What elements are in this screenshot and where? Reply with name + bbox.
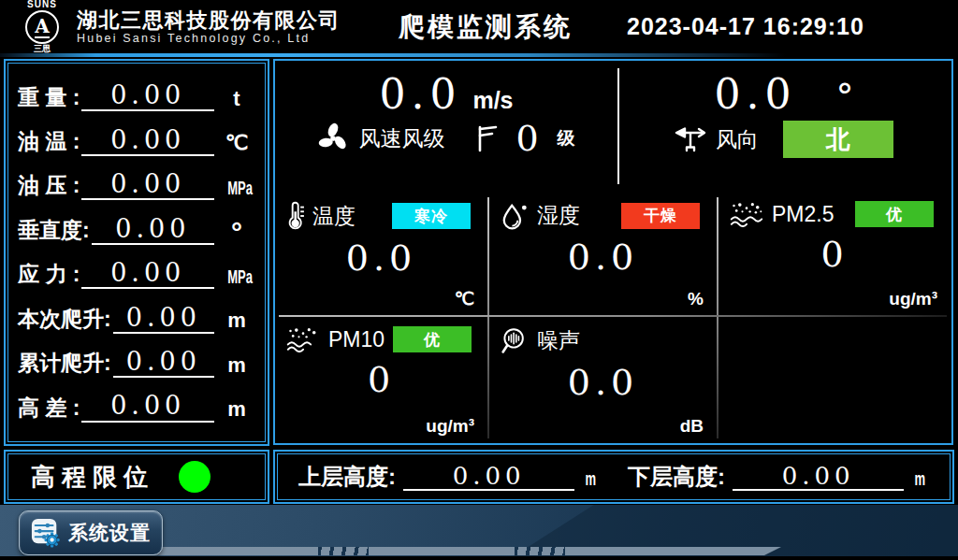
wind-direction-section: 0.0 ° 风向 北 <box>619 61 949 192</box>
pm25-unit: ug/m³ <box>889 289 937 309</box>
lower-height-value: 0.00 <box>733 463 904 492</box>
header: SUNS A 三思 湖北三思科技股份有限公司 Hubei Sansi Techn… <box>0 0 958 53</box>
footer-decor-slashes <box>318 547 369 555</box>
upper-height-unit: m <box>586 467 597 490</box>
meas-value: 0.00 <box>92 214 214 245</box>
pm25-status-badge: 优 <box>855 201 934 227</box>
wind-level-value: 0 <box>515 121 540 156</box>
meas-value: 0.00 <box>81 391 214 422</box>
meas-label: 油 温 : <box>18 128 80 156</box>
humidity-label: 湿度 <box>537 201 580 230</box>
company-name: 湖北三思科技股份有限公司 Hubei Sansi Technology Co.,… <box>77 8 341 46</box>
lower-height-group: 下层高度: 0.00 m <box>628 463 929 492</box>
temperature-cell: 温度 寒冷 0.0 ℃ <box>275 192 487 315</box>
wind-vane-icon <box>675 125 706 153</box>
measurements-sidebar: 重 量 : 0.00 t 油 温 : 0.00 ℃ 油 压 : 0.00 MPa… <box>4 59 269 446</box>
meas-row-height-diff: 高 差 : 0.00 m <box>18 391 254 422</box>
upper-height-value: 0.00 <box>403 463 574 492</box>
wind-direction-label: 风向 <box>716 125 759 154</box>
dust-icon <box>286 326 320 352</box>
meas-unit: m <box>220 309 254 333</box>
meas-row-oil-pressure: 油 压 : 0.00 MPa <box>18 169 254 200</box>
pm10-cell: PM10 优 0 ug/m³ <box>275 317 487 442</box>
pm25-value: 0 <box>718 237 951 272</box>
footer-decor-stripe <box>56 547 781 555</box>
thermometer-icon <box>286 201 304 231</box>
meas-value: 0.00 <box>81 125 214 156</box>
wind-flag-icon <box>476 124 499 152</box>
wind-speed-unit: m/s <box>472 87 513 114</box>
meas-label: 应 力 : <box>18 261 80 289</box>
sliders-gear-icon <box>31 518 61 548</box>
meas-row-current-climb: 本次爬升: 0.00 m <box>18 303 254 334</box>
temperature-status-badge: 寒冷 <box>392 203 471 229</box>
droplet-icon <box>501 202 529 230</box>
meas-unit: ° <box>220 220 254 245</box>
pm10-unit: ug/m³ <box>426 416 474 437</box>
meas-row-stress: 应 力 : 0.00 MPa <box>18 258 254 289</box>
humidity-unit: % <box>688 289 704 309</box>
noise-label: 噪声 <box>537 326 580 355</box>
upper-height-label: 上层高度: <box>298 463 396 491</box>
wind-direction-compass-badge: 北 <box>783 121 893 158</box>
meas-row-total-climb: 累计爬升: 0.00 m <box>18 347 254 378</box>
sansi-logo-icon: A <box>25 10 59 44</box>
company-logo: SUNS A 三思 <box>15 0 69 53</box>
meas-value: 0.00 <box>113 303 214 334</box>
layer-heights-box: 上层高度: 0.00 m 下层高度: 0.00 m <box>273 450 954 504</box>
dust-icon <box>730 201 763 227</box>
meas-unit: m <box>220 397 254 422</box>
system-settings-button[interactable]: 系统设置 <box>19 510 163 555</box>
humidity-cell: 湿度 干燥 0.0 % <box>489 192 717 315</box>
meas-label: 累计爬升: <box>18 350 111 378</box>
page-title: 爬模监测系统 <box>399 9 573 45</box>
temperature-label: 温度 <box>312 202 356 231</box>
logo-sub-text: 三思 <box>34 45 51 53</box>
upper-height-group: 上层高度: 0.00 m <box>298 463 600 492</box>
meas-unit: ℃ <box>220 131 254 155</box>
company-name-cn: 湖北三思科技股份有限公司 <box>77 8 341 32</box>
meas-row-oil-temp: 油 温 : 0.00 ℃ <box>18 125 254 156</box>
wind-speed-label: 风速风级 <box>358 124 444 153</box>
meas-unit: MPa <box>227 265 253 288</box>
fan-icon <box>317 122 349 154</box>
footer-bar: 系统设置 <box>0 505 958 560</box>
environment-panel: 0.0 m/s 风速风级 0 级 <box>273 59 953 445</box>
noise-value: 0.0 <box>489 365 717 400</box>
footer-decor-slashes <box>515 547 565 555</box>
meas-unit: MPa <box>227 176 253 199</box>
wind-direction-unit: ° <box>835 86 853 108</box>
pm10-label: PM10 <box>328 327 385 352</box>
wind-level-unit: 级 <box>558 126 575 151</box>
elevation-limit-box: 高程限位 <box>4 450 269 504</box>
temperature-value: 0.0 <box>275 240 487 276</box>
lower-height-label: 下层高度: <box>628 463 725 491</box>
meas-row-verticality: 垂直度: 0.00 ° <box>18 214 254 245</box>
meas-unit: m <box>220 353 254 378</box>
meas-label: 高 差 : <box>18 395 80 423</box>
temperature-unit: ℃ <box>455 288 474 309</box>
wind-speed-value: 0.0 <box>379 74 461 115</box>
meas-unit: t <box>220 87 254 111</box>
pm10-status-badge: 优 <box>393 326 472 352</box>
noise-meter-icon <box>501 327 529 355</box>
meas-label: 油 压 : <box>18 172 80 200</box>
humidity-status-badge: 干燥 <box>621 203 700 229</box>
noise-cell: 噪声 0.0 dB <box>489 317 717 442</box>
wind-direction-value: 0.0 <box>715 74 797 115</box>
climbing-formwork-monitor-screen: SUNS A 三思 湖北三思科技股份有限公司 Hubei Sansi Techn… <box>0 0 958 560</box>
meas-value: 0.00 <box>113 347 214 378</box>
meas-value: 0.00 <box>81 258 214 289</box>
system-settings-label: 系统设置 <box>68 520 151 546</box>
datetime-display: 2023-04-17 16:29:10 <box>627 13 864 40</box>
meas-value: 0.00 <box>81 169 214 200</box>
pm25-label: PM2.5 <box>772 202 834 227</box>
meas-label: 垂直度: <box>18 217 90 245</box>
meas-label: 重 量 : <box>18 84 80 112</box>
meas-row-weight: 重 量 : 0.00 t <box>18 80 254 111</box>
meas-value: 0.00 <box>81 80 214 111</box>
humidity-value: 0.0 <box>489 239 717 275</box>
lower-height-unit: m <box>915 467 926 490</box>
noise-unit: dB <box>680 416 704 437</box>
wind-speed-section: 0.0 m/s 风速风级 0 级 <box>275 61 617 192</box>
